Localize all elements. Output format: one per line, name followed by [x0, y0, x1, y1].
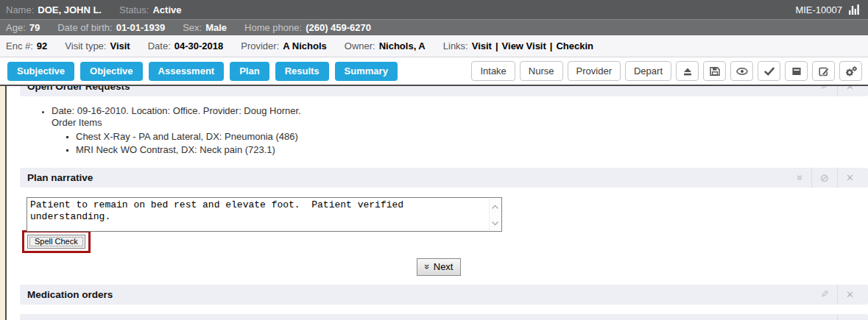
enc-label: Enc #: — [6, 40, 33, 51]
close-x-icon[interactable]: ✕ — [837, 86, 862, 96]
link-checkin[interactable]: Checkin — [556, 40, 593, 51]
demographics-bar: Age: 79 Date of birth: 01-01-1939 Sex: M… — [0, 19, 868, 35]
spell-check-row: Spell Check — [22, 230, 868, 253]
archive-box-icon — [791, 65, 802, 77]
archive-button[interactable] — [785, 61, 808, 81]
nurse-button[interactable]: Nurse — [520, 61, 563, 81]
tab-plan[interactable]: Plan — [230, 62, 269, 81]
toolbar-right-group: Intake Nurse Provider Depart — [471, 61, 862, 81]
patient-name-value: DOE, JOHN L. — [38, 4, 102, 15]
collapse-double-chevron-icon[interactable]: » — [789, 168, 811, 188]
order-item: MRI Neck WO Contrast, DX: Neck pain (723… — [76, 144, 868, 156]
provider-label: Provider: — [241, 40, 279, 51]
system-id: MIE-10007 — [795, 4, 842, 15]
sex-label: Sex: — [183, 22, 202, 33]
chart-toolbar: Subjective Objective Assessment Plan Res… — [0, 57, 868, 85]
visit-date-value: 04-30-2018 — [174, 40, 224, 51]
order-items-label: Order Items — [52, 117, 868, 129]
patient-name-pair: Name: DOE, JOHN L. — [6, 4, 102, 15]
home-phone-value: (260) 459-6270 — [306, 22, 371, 33]
close-x-icon[interactable]: ✕ — [837, 168, 862, 188]
close-x-icon[interactable]: ✕ — [837, 285, 862, 305]
section-title: Plan narrative — [27, 172, 93, 183]
encounter-bar: Enc #: 92 Visit type: Visit Date: 04-30-… — [0, 35, 868, 57]
name-label: Name: — [6, 4, 34, 15]
patient-name-bar: Name: DOE, JOHN L. Status: Active MIE-10… — [0, 0, 868, 19]
edit-pencil-icon[interactable]: ✎ — [812, 314, 837, 320]
age-label: Age: — [6, 22, 26, 33]
owner-label: Owner: — [345, 40, 375, 51]
eject-icon — [682, 65, 694, 77]
bar-chart-icon[interactable] — [848, 4, 861, 15]
scroll-up-icon[interactable] — [491, 201, 499, 212]
order-summary: Date: 09-16-2010. Location: Office. Prov… — [52, 105, 868, 117]
gears-settings-icon — [844, 65, 858, 77]
order-item: Chest X-Ray - PA and Lateral, DX: Pneumo… — [76, 131, 868, 143]
preview-button[interactable] — [730, 61, 753, 81]
plan-narrative-textarea[interactable]: Patient to remain on bed rest and elevat… — [27, 198, 501, 231]
section-title: Medication orders — [27, 289, 113, 300]
open-orders-list: Date: 09-16-2010. Location: Office. Prov… — [10, 96, 868, 168]
scroll-down-icon[interactable] — [491, 217, 499, 228]
section-title: Open Order Requests — [27, 86, 130, 92]
floppy-save-icon — [709, 65, 721, 77]
red-highlight-annotation: Spell Check — [22, 230, 91, 253]
visit-date-label: Date: — [148, 40, 171, 51]
edit-pencil-icon[interactable]: ✎ — [812, 86, 837, 96]
dob-value: 01-01-1939 — [116, 22, 166, 33]
plan-narrative-field-wrap: Patient to remain on bed rest and elevat… — [27, 197, 502, 232]
section-header-plan-narrative[interactable]: Plan narrative » ⊘ ✕ — [20, 168, 868, 188]
owner-value: Nichols, A — [379, 40, 426, 51]
block-icon[interactable]: ⊘ — [811, 168, 838, 188]
section-header-medication-orders[interactable]: Medication orders ✎ ✕ — [20, 285, 868, 305]
enc-value: 92 — [37, 40, 47, 51]
intake-button[interactable]: Intake — [471, 61, 515, 81]
encounter-content-panel: Open Order Requests ✎ ✕ Date: 09-16-2010… — [0, 85, 868, 320]
eject-button[interactable] — [676, 61, 699, 81]
double-chevron-down-icon: » — [422, 264, 433, 269]
links-label: Links: — [443, 40, 468, 51]
link-visit[interactable]: Visit — [472, 40, 492, 51]
next-row: » Next — [10, 258, 868, 276]
tab-subjective[interactable]: Subjective — [7, 62, 74, 81]
link-view-visit[interactable]: View Visit — [502, 40, 546, 51]
page-margin-strip — [0, 86, 7, 320]
tab-assessment[interactable]: Assessment — [149, 62, 225, 81]
tab-results[interactable]: Results — [275, 62, 329, 81]
next-button[interactable]: » Next — [417, 258, 462, 276]
edit-pencil-square-icon — [818, 65, 830, 77]
save-button[interactable] — [703, 61, 726, 81]
edit-pencil-icon[interactable]: ✎ — [812, 285, 837, 305]
patient-status-pair: Status: Active — [119, 4, 182, 15]
order-request-item: Date: 09-16-2010. Location: Office. Prov… — [52, 105, 868, 156]
sign-button[interactable] — [758, 61, 780, 81]
sex-value: Male — [205, 22, 227, 33]
dob-label: Date of birth: — [57, 22, 112, 33]
close-x-icon[interactable]: ✕ — [837, 314, 862, 320]
visit-type-label: Visit type: — [65, 40, 106, 51]
section-header-open-order-requests[interactable]: Open Order Requests ✎ ✕ — [20, 86, 868, 96]
visit-type-value: Visit — [110, 40, 130, 51]
next-button-label: Next — [434, 261, 454, 272]
depart-button[interactable]: Depart — [625, 61, 671, 81]
checkmark-icon — [763, 65, 775, 77]
encounter-links: Links: Visit | View Visit | Checkin — [443, 40, 593, 51]
age-value: 79 — [29, 22, 40, 33]
home-phone-label: Home phone: — [244, 22, 302, 33]
section-header-visit-orders[interactable]: Visit orders ✎ ✕ — [20, 314, 868, 320]
compose-button[interactable] — [812, 61, 835, 81]
eye-icon — [735, 65, 749, 77]
provider-button[interactable]: Provider — [568, 61, 621, 81]
spell-check-button[interactable]: Spell Check — [27, 235, 85, 249]
provider-value: A Nichols — [283, 40, 326, 51]
status-label: Status: — [119, 4, 149, 15]
textarea-scrollbar[interactable] — [489, 199, 501, 230]
settings-button[interactable] — [839, 61, 862, 81]
tab-summary[interactable]: Summary — [335, 62, 398, 81]
status-value: Active — [152, 4, 181, 15]
tab-objective[interactable]: Objective — [80, 62, 143, 81]
